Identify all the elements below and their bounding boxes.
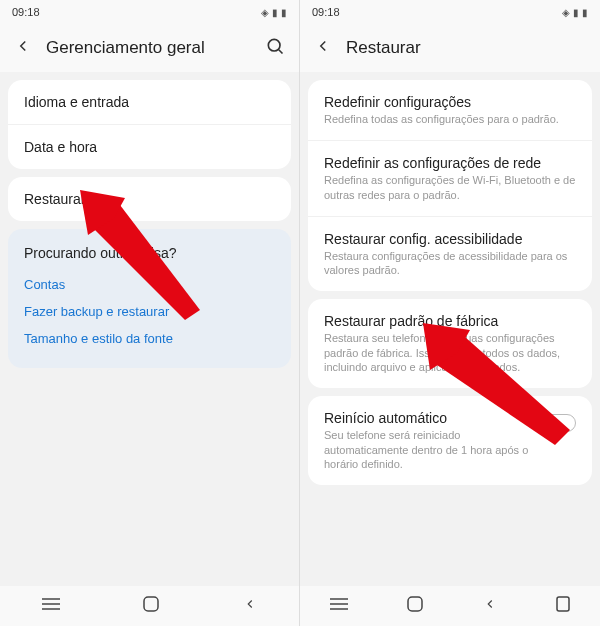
item-factory-reset[interactable]: Restaurar padrão de fábrica Restaura seu… xyxy=(308,299,592,388)
search-card-title: Procurando outra coisa? xyxy=(24,245,275,261)
extra-nav-icon[interactable] xyxy=(556,596,570,616)
factory-reset-group: Restaurar padrão de fábrica Restaura seu… xyxy=(308,299,592,388)
svg-rect-12 xyxy=(557,597,569,611)
recents-icon[interactable] xyxy=(42,597,60,615)
nav-bar xyxy=(0,586,299,626)
item-date-time[interactable]: Data e hora xyxy=(8,125,291,169)
status-time: 09:18 xyxy=(312,6,340,18)
auto-restart-group: Reinício automático Seu telefone será re… xyxy=(308,396,592,485)
wifi-icon: ◈ xyxy=(261,7,269,18)
header: Restaurar xyxy=(300,24,600,72)
item-subtitle: Restaura seu telefone para suas configur… xyxy=(324,331,576,374)
wifi-icon: ◈ xyxy=(562,7,570,18)
svg-point-0 xyxy=(268,39,280,51)
item-auto-restart[interactable]: Reinício automático Seu telefone será re… xyxy=(308,396,592,485)
item-reset-network[interactable]: Redefinir as configurações de rede Redef… xyxy=(308,141,592,217)
related-search-card: Procurando outra coisa? Contas Fazer bac… xyxy=(8,229,291,368)
nav-bar xyxy=(300,586,600,626)
item-subtitle: Restaura configurações de acessibilidade… xyxy=(324,249,576,278)
home-icon[interactable] xyxy=(407,596,423,616)
item-subtitle: Redefina todas as configurações para o p… xyxy=(324,112,576,126)
item-title: Restaurar padrão de fábrica xyxy=(324,313,576,329)
battery-icon: ▮ xyxy=(582,7,588,18)
home-icon[interactable] xyxy=(143,596,159,616)
status-time: 09:18 xyxy=(12,6,40,18)
svg-rect-11 xyxy=(408,597,422,611)
item-title: Data e hora xyxy=(24,139,275,155)
back-icon[interactable] xyxy=(314,37,332,59)
item-title: Restaurar xyxy=(24,191,275,207)
page-title: Gerenciamento geral xyxy=(46,38,251,58)
signal-icon: ▮ xyxy=(272,7,278,18)
item-subtitle: Seu telefone será reiniciado automaticam… xyxy=(324,428,532,471)
phone-screen-right: 09:18 ◈ ▮ ▮ Restaurar Redefinir configur… xyxy=(300,0,600,626)
back-icon[interactable] xyxy=(14,37,32,59)
header: Gerenciamento geral xyxy=(0,24,299,72)
status-icons: ◈ ▮ ▮ xyxy=(261,7,287,18)
reset-group: Redefinir configurações Redefina todas a… xyxy=(308,80,592,291)
item-title: Reinício automático xyxy=(324,410,532,426)
item-subtitle: Redefina as configurações de Wi-Fi, Blue… xyxy=(324,173,576,202)
status-icons: ◈ ▮ ▮ xyxy=(562,7,588,18)
signal-icon: ▮ xyxy=(573,7,579,18)
item-title: Restaurar config. acessibilidade xyxy=(324,231,576,247)
back-nav-icon[interactable] xyxy=(243,597,257,615)
status-bar: 09:18 ◈ ▮ ▮ xyxy=(0,0,299,24)
status-bar: 09:18 ◈ ▮ ▮ xyxy=(300,0,600,24)
link-accounts[interactable]: Contas xyxy=(24,271,275,298)
search-icon[interactable] xyxy=(265,36,285,60)
item-title: Redefinir as configurações de rede xyxy=(324,155,576,171)
item-title: Redefinir configurações xyxy=(324,94,576,110)
item-reset-accessibility[interactable]: Restaurar config. acessibilidade Restaur… xyxy=(308,217,592,292)
link-backup-restore[interactable]: Fazer backup e restaurar xyxy=(24,298,275,325)
item-language-input[interactable]: Idioma e entrada xyxy=(8,80,291,125)
battery-icon: ▮ xyxy=(281,7,287,18)
item-reset-settings[interactable]: Redefinir configurações Redefina todas a… xyxy=(308,80,592,141)
toggle-switch[interactable] xyxy=(542,414,576,432)
phone-screen-left: 09:18 ◈ ▮ ▮ Gerenciamento geral Idioma e… xyxy=(0,0,300,626)
item-restore[interactable]: Restaurar xyxy=(8,177,291,221)
item-title: Idioma e entrada xyxy=(24,94,275,110)
settings-group-restore: Restaurar xyxy=(8,177,291,221)
recents-icon[interactable] xyxy=(330,597,348,615)
link-font-style[interactable]: Tamanho e estilo da fonte xyxy=(24,325,275,352)
page-title: Restaurar xyxy=(346,38,586,58)
back-nav-icon[interactable] xyxy=(483,597,497,615)
svg-rect-5 xyxy=(144,597,158,611)
settings-group-1: Idioma e entrada Data e hora xyxy=(8,80,291,169)
svg-line-1 xyxy=(279,50,283,54)
